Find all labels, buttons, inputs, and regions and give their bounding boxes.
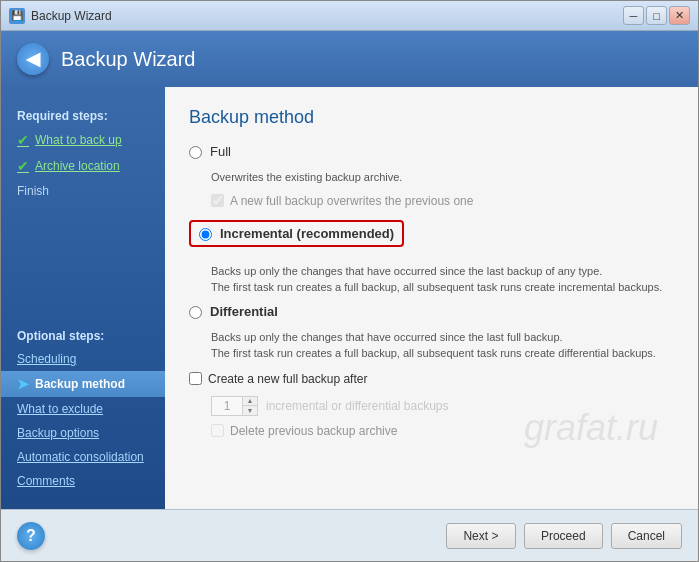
create-full-backup-label[interactable]: Create a new full backup after — [208, 372, 367, 386]
arrow-icon: ➤ — [17, 376, 29, 392]
differential-description: Backs up only the changes that have occu… — [211, 329, 674, 362]
full-overwrite-label: A new full backup overwrites the previou… — [230, 194, 473, 208]
title-bar: 💾 Backup Wizard ─ □ ✕ — [1, 1, 698, 31]
sidebar-item-archive-location[interactable]: ✔ Archive location — [1, 153, 165, 179]
sidebar-item-label: What to exclude — [17, 402, 103, 416]
delete-previous-row: Delete previous backup archive — [211, 424, 674, 438]
footer-left: ? — [17, 522, 45, 550]
sidebar-item-comments[interactable]: Comments — [1, 469, 165, 493]
main-window: 💾 Backup Wizard ─ □ ✕ ◀ Backup Wizard Re… — [0, 0, 699, 562]
main-content: Required steps: ✔ What to back up ✔ Arch… — [1, 87, 698, 509]
create-full-backup-checkbox[interactable] — [189, 372, 202, 385]
full-radio[interactable] — [189, 146, 202, 159]
check-icon: ✔ — [17, 132, 29, 148]
next-button[interactable]: Next > — [446, 523, 516, 549]
sidebar-item-backup-options[interactable]: Backup options — [1, 421, 165, 445]
create-full-backup-row: Create a new full backup after — [189, 372, 674, 386]
sidebar-item-scheduling[interactable]: Scheduling — [1, 347, 165, 371]
incremental-description: Backs up only the changes that have occu… — [211, 263, 674, 296]
sidebar-item-label: Backup options — [17, 426, 99, 440]
footer: ? Next > Proceed Cancel — [1, 509, 698, 561]
title-bar-buttons: ─ □ ✕ — [623, 6, 690, 25]
sidebar-item-label: Comments — [17, 474, 75, 488]
incremental-option-row: Incremental (recommended) — [189, 220, 674, 253]
spin-up-button[interactable]: ▲ — [243, 397, 257, 406]
delete-previous-checkbox — [211, 424, 224, 437]
maximize-button[interactable]: □ — [646, 6, 667, 25]
incremental-highlight-box: Incremental (recommended) — [189, 220, 404, 247]
differential-option-row: Differential — [189, 304, 674, 319]
sidebar-item-label: Automatic consolidation — [17, 450, 144, 464]
sidebar-item-label: What to back up — [35, 133, 122, 147]
number-input-area: 1 ▲ ▼ incremental or differential backup… — [211, 396, 674, 416]
number-label: incremental or differential backups — [266, 399, 449, 413]
sidebar-item-label: Backup method — [35, 377, 125, 391]
number-spinners: ▲ ▼ — [242, 397, 257, 415]
spin-down-button[interactable]: ▼ — [243, 406, 257, 415]
incremental-count-input[interactable]: 1 — [212, 397, 242, 415]
sidebar: Required steps: ✔ What to back up ✔ Arch… — [1, 87, 165, 509]
content-area: Backup method Full Overwrites the existi… — [165, 87, 698, 509]
number-input-container: 1 ▲ ▼ — [211, 396, 258, 416]
full-overwrite-checkbox — [211, 194, 224, 207]
header-title: Backup Wizard — [61, 48, 196, 71]
sidebar-item-label: Archive location — [35, 159, 120, 173]
incremental-radio[interactable] — [199, 228, 212, 241]
content-title: Backup method — [189, 107, 674, 128]
full-backup-checkbox-row: A new full backup overwrites the previou… — [211, 194, 674, 208]
differential-label[interactable]: Differential — [210, 304, 278, 319]
optional-steps-label: Optional steps: — [1, 323, 165, 347]
full-label[interactable]: Full — [210, 144, 231, 159]
minimize-button[interactable]: ─ — [623, 6, 644, 25]
sidebar-item-label: Finish — [17, 184, 49, 198]
differential-radio[interactable] — [189, 306, 202, 319]
full-description: Overwrites the existing backup archive. — [211, 169, 674, 186]
check-icon: ✔ — [17, 158, 29, 174]
sidebar-item-finish[interactable]: Finish — [1, 179, 165, 203]
back-button[interactable]: ◀ — [17, 43, 49, 75]
sidebar-item-what-to-exclude[interactable]: What to exclude — [1, 397, 165, 421]
title-bar-text: Backup Wizard — [31, 9, 623, 23]
sidebar-item-what-to-back-up[interactable]: ✔ What to back up — [1, 127, 165, 153]
proceed-button[interactable]: Proceed — [524, 523, 603, 549]
incremental-label[interactable]: Incremental (recommended) — [220, 226, 394, 241]
delete-previous-label: Delete previous backup archive — [230, 424, 397, 438]
app-icon: 💾 — [9, 8, 25, 24]
footer-right: Next > Proceed Cancel — [446, 523, 682, 549]
header: ◀ Backup Wizard — [1, 31, 698, 87]
full-option-row: Full — [189, 144, 674, 159]
sidebar-item-label: Scheduling — [17, 352, 76, 366]
required-steps-label: Required steps: — [1, 103, 165, 127]
cancel-button[interactable]: Cancel — [611, 523, 682, 549]
help-button[interactable]: ? — [17, 522, 45, 550]
close-button[interactable]: ✕ — [669, 6, 690, 25]
sidebar-item-backup-method[interactable]: ➤ Backup method — [1, 371, 165, 397]
sidebar-item-automatic-consolidation[interactable]: Automatic consolidation — [1, 445, 165, 469]
